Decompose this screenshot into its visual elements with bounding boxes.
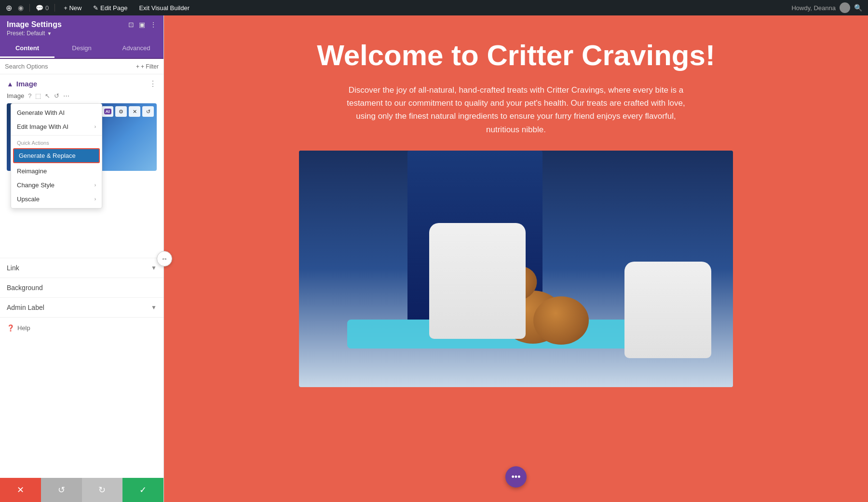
tab-design[interactable]: Design <box>54 40 109 58</box>
change-style-item[interactable]: Change Style › <box>11 178 102 192</box>
sidebar-bottom: ✕ ↺ ↻ ✓ <box>0 478 163 502</box>
background-expand[interactable]: Background <box>7 284 157 292</box>
ai-badge: AI <box>104 109 111 114</box>
link-section: Link ▼ <box>0 258 163 278</box>
edit-image-with-ai-item[interactable]: Edit Image With AI › <box>11 120 102 134</box>
dots-menu-icon[interactable]: ⋮ <box>150 21 157 28</box>
upscale-arrow-icon: › <box>95 196 96 202</box>
help-row[interactable]: ❓ Help <box>0 317 163 338</box>
hero-text-section: Welcome to Critter Cravings! Discover th… <box>298 15 734 151</box>
gloved-hand-right <box>624 262 711 358</box>
new-button[interactable]: + New <box>61 3 84 13</box>
sidebar-title: Image Settings <box>7 20 62 29</box>
filter-plus-icon: + <box>136 63 139 70</box>
admin-label-expand[interactable]: Admin Label ▼ <box>7 304 157 311</box>
image-section-title: ▲ Image <box>7 80 37 88</box>
delete-tool-button[interactable]: ✕ <box>129 106 140 117</box>
upscale-item[interactable]: Upscale › <box>11 192 102 206</box>
change-style-arrow-icon: › <box>95 182 96 188</box>
topbar: ⊕ ◉ 💬 0 + New ✎ Edit Page Exit Visual Bu… <box>0 0 868 15</box>
sidebar-header-icons: ⊡ ▣ ⋮ <box>128 21 157 28</box>
hero-subtitle: Discover the joy of all-natural, hand-cr… <box>342 84 690 136</box>
columns-icon[interactable]: ▣ <box>139 21 145 28</box>
dropdown-menu: Generate With AI Edit Image With AI › Qu… <box>11 103 102 209</box>
topbar-right: Howdy, Deanna 🔍 <box>791 2 862 13</box>
cookie-2 <box>533 296 589 345</box>
fab-icon: ••• <box>512 472 521 482</box>
image-label-icons: ? ⬚ ↖ ↺ ⋯ <box>28 92 69 99</box>
greeting-text: Howdy, Deanna <box>791 4 836 12</box>
sidebar-tabs: Content Design Advanced <box>0 40 163 59</box>
ai-tool-button[interactable]: AI <box>102 106 113 117</box>
canvas-image[interactable] <box>299 151 733 387</box>
exit-visual-builder-button[interactable]: Exit Visual Builder <box>136 3 192 13</box>
image-thumb-toolbar: AI ⚙ ✕ ↺ <box>102 106 154 117</box>
comment-count[interactable]: 💬 0 <box>36 4 49 12</box>
help-icon[interactable]: ? <box>28 92 31 99</box>
topbar-left: ⊕ ◉ 💬 0 + New ✎ Edit Page Exit Visual Bu… <box>6 3 192 13</box>
resize-handle[interactable]: ↔ <box>157 251 172 266</box>
admin-label-section: Admin Label ▼ <box>0 297 163 317</box>
undo-button[interactable]: ↺ <box>41 478 82 502</box>
background-title: Background <box>7 284 43 292</box>
edit-image-arrow-icon: › <box>95 124 96 129</box>
hero-title: Welcome to Critter Cravings! <box>317 39 715 72</box>
image-label: Image <box>7 92 24 99</box>
sidebar: Image Settings ⊡ ▣ ⋮ Preset: Default ▼ C… <box>0 15 164 502</box>
image-thumb-wrap: AI ⚙ ✕ ↺ Generate With AI Edit Image Wit… <box>7 103 157 171</box>
redo-button[interactable]: ↻ <box>82 478 123 502</box>
search-input[interactable] <box>5 63 133 70</box>
section-chevron-icon[interactable]: ▲ <box>7 80 14 88</box>
filter-button[interactable]: + + Filter <box>136 63 159 70</box>
topbar-divider-2 <box>54 4 55 12</box>
fab-button[interactable]: ••• <box>505 466 527 488</box>
topbar-divider <box>29 4 30 12</box>
admin-label-expand-icon: ▼ <box>151 304 157 311</box>
link-expand[interactable]: Link ▼ <box>7 264 157 272</box>
cursor-icon[interactable]: ↖ <box>45 92 50 99</box>
edit-page-button[interactable]: ✎ Edit Page <box>90 3 130 13</box>
undo-tool-button[interactable]: ↺ <box>142 106 154 117</box>
sidebar-header: Image Settings ⊡ ▣ ⋮ Preset: Default ▼ <box>0 15 163 40</box>
quick-actions-label: Quick Actions <box>11 137 102 147</box>
preset-label[interactable]: Preset: Default ▼ <box>7 30 157 37</box>
comment-icon: 💬 <box>36 4 43 12</box>
help-circle-icon: ❓ <box>7 324 14 332</box>
screen-icon[interactable]: ⊡ <box>128 21 134 28</box>
generate-replace-item[interactable]: Generate & Replace <box>13 148 100 163</box>
image-section-header: ▲ Image ⋮ <box>0 74 163 91</box>
wordpress-icon[interactable]: ⊕ <box>6 3 12 13</box>
preset-arrow-icon: ▼ <box>47 31 52 36</box>
admin-label-title: Admin Label <box>7 304 44 311</box>
tab-advanced[interactable]: Advanced <box>109 40 163 58</box>
sidebar-content: ▲ Image ⋮ Image ? ⬚ ↖ ↺ ⋯ <box>0 74 163 502</box>
background-section: Background <box>0 278 163 297</box>
dropdown-divider-1 <box>11 135 102 136</box>
image-label-row: Image ? ⬚ ↖ ↺ ⋯ <box>0 91 163 103</box>
main-layout: Image Settings ⊡ ▣ ⋮ Preset: Default ▼ C… <box>0 15 868 502</box>
link-expand-icon: ▼ <box>151 265 157 271</box>
site-icon[interactable]: ◉ <box>18 4 24 12</box>
sidebar-title-row: Image Settings ⊡ ▣ ⋮ <box>7 20 157 29</box>
main-canvas: Welcome to Critter Cravings! Discover th… <box>164 15 868 502</box>
sidebar-search: + + Filter <box>0 59 163 74</box>
section-menu-icon[interactable]: ⋮ <box>149 79 157 88</box>
generate-with-ai-item[interactable]: Generate With AI <box>11 106 102 120</box>
settings-tool-button[interactable]: ⚙ <box>115 106 127 117</box>
link-title: Link <box>7 264 19 272</box>
tab-content[interactable]: Content <box>0 40 54 58</box>
cancel-button[interactable]: ✕ <box>0 478 41 502</box>
search-icon[interactable]: 🔍 <box>854 4 862 12</box>
reimagine-item[interactable]: Reimagine <box>11 164 102 178</box>
dots-icon[interactable]: ⋯ <box>63 92 69 99</box>
copy-icon[interactable]: ⬚ <box>35 92 41 99</box>
avatar[interactable] <box>840 2 850 13</box>
undo-icon[interactable]: ↺ <box>54 92 59 99</box>
cookie-scene <box>299 151 733 387</box>
save-button[interactable]: ✓ <box>122 478 163 502</box>
gloved-hand-left <box>429 223 526 339</box>
